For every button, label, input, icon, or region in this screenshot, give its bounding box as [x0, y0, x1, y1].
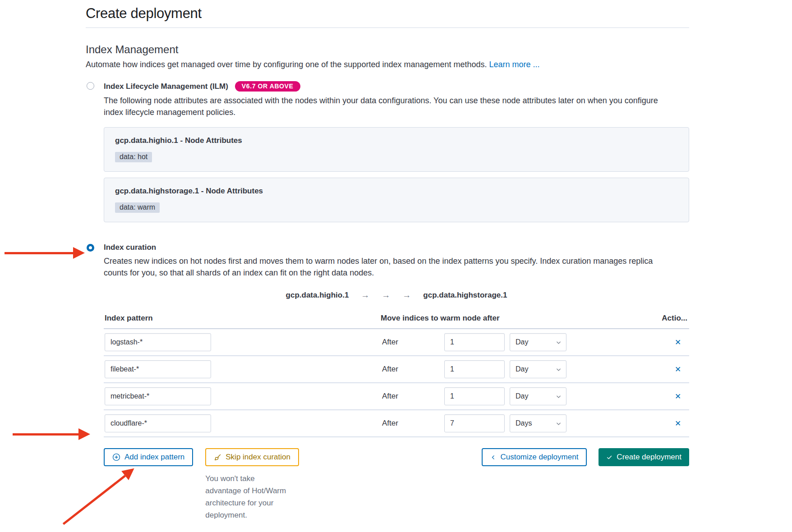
option-curation-description: Creates new indices on hot nodes first a… [104, 255, 668, 279]
section-heading: Index Management [86, 43, 689, 56]
curation-flow: gcp.data.highio.1 → → → gcp.data.highsto… [104, 290, 689, 300]
warm-after-value-input[interactable] [444, 333, 505, 351]
annotation-arrow-index-curation [5, 247, 85, 259]
radio-ilm[interactable] [87, 82, 94, 90]
add-index-pattern-label: Add index pattern [124, 453, 184, 462]
radio-index-curation[interactable] [87, 244, 94, 252]
option-ilm-description: The following node attributes are associ… [104, 95, 668, 118]
broom-icon [214, 454, 221, 461]
node-attribute-chip: data: hot [115, 152, 152, 162]
right-arrow-icon: → [361, 290, 369, 300]
index-pattern-input[interactable] [105, 387, 211, 405]
option-ilm-label: Index Lifecycle Management (ILM) [104, 82, 228, 91]
warm-after-unit-select[interactable]: Days [510, 414, 566, 432]
node-attributes-card-title: gcp.data.highio.1 - Node Attributes [115, 136, 678, 145]
annotation-arrow-cloudflare-row [13, 428, 90, 440]
skip-index-curation-button[interactable]: Skip index curation [205, 448, 299, 466]
index-curation-table: Index pattern Move indices to warm node … [104, 313, 689, 437]
after-label: After [382, 392, 398, 401]
table-row: After Day ✕ [104, 356, 689, 383]
column-header-actions: Actio... [662, 314, 687, 323]
chevron-down-icon [556, 421, 562, 427]
actions-row: Add index pattern Skip index curation Yo… [104, 448, 689, 521]
skip-index-curation-label: Skip index curation [226, 453, 290, 462]
warm-after-value-input[interactable] [444, 387, 505, 405]
section-description-text: Automate how indices get managed over ti… [86, 60, 487, 69]
customize-deployment-button[interactable]: Customize deployment [482, 448, 587, 466]
chevron-down-icon [556, 394, 562, 399]
right-arrow-icon: → [402, 290, 411, 300]
option-ilm: Index Lifecycle Management (ILM) V6.7 OR… [86, 81, 689, 118]
chevron-down-icon [556, 367, 562, 372]
create-deployment-label: Create deployment [617, 453, 681, 462]
column-header-index-pattern: Index pattern [105, 314, 153, 323]
add-index-pattern-button[interactable]: Add index pattern [104, 448, 193, 466]
page-title: Create deployment [86, 5, 689, 22]
flow-from-node: gcp.data.highio.1 [286, 291, 349, 300]
delete-row-button[interactable]: ✕ [670, 416, 686, 431]
unit-select-value: Day [516, 392, 528, 400]
option-index-curation: Index curation Creates new indices on ho… [86, 243, 689, 279]
create-deployment-button[interactable]: Create deployment [599, 448, 689, 466]
right-arrow-icon: → [382, 290, 390, 300]
warm-after-value-input[interactable] [444, 414, 505, 432]
warm-after-unit-select[interactable]: Day [510, 387, 566, 405]
skip-warning-note: You won't take advantage of Hot/Warm arc… [205, 472, 290, 521]
version-badge: V6.7 OR ABOVE [235, 81, 300, 92]
table-row: After Day ✕ [104, 329, 689, 356]
node-attributes-card-title: gcp.data.highstorage.1 - Node Attributes [115, 187, 678, 196]
warm-after-unit-select[interactable]: Day [510, 360, 566, 378]
check-icon [606, 454, 612, 460]
unit-select-value: Days [516, 419, 532, 427]
delete-row-button[interactable]: ✕ [670, 362, 686, 376]
warm-after-value-input[interactable] [444, 360, 505, 378]
delete-row-button[interactable]: ✕ [670, 335, 686, 349]
unit-select-value: Day [516, 365, 528, 373]
delete-row-button[interactable]: ✕ [670, 389, 686, 404]
after-label: After [382, 419, 398, 428]
table-header-row: Index pattern Move indices to warm node … [104, 313, 689, 329]
section-description: Automate how indices get managed over ti… [86, 60, 689, 69]
plus-circle-icon [112, 453, 120, 461]
unit-select-value: Day [516, 338, 528, 346]
table-row: After Days ✕ [104, 410, 689, 437]
learn-more-link[interactable]: Learn more ... [489, 60, 540, 69]
column-header-move-indices: Move indices to warm node after [381, 314, 500, 323]
after-label: After [382, 338, 398, 347]
create-deployment-page: Create deployment Index Management Autom… [0, 0, 792, 532]
customize-deployment-label: Customize deployment [500, 453, 578, 462]
title-divider [86, 28, 689, 28]
node-attributes-card-highstorage: gcp.data.highstorage.1 - Node Attributes… [104, 178, 689, 222]
index-pattern-input[interactable] [105, 414, 211, 432]
node-attributes-card-highio: gcp.data.highio.1 - Node Attributes data… [104, 127, 689, 172]
index-pattern-input[interactable] [105, 360, 211, 378]
flow-to-node: gcp.data.highstorage.1 [423, 291, 507, 300]
warm-after-unit-select[interactable]: Day [510, 333, 566, 351]
after-label: After [382, 365, 398, 374]
chevron-down-icon [556, 339, 562, 345]
index-pattern-input[interactable] [105, 333, 211, 351]
option-curation-label: Index curation [104, 243, 156, 252]
chevron-left-icon [490, 454, 496, 460]
table-row: After Day ✕ [104, 383, 689, 410]
node-attribute-chip: data: warm [115, 202, 160, 213]
